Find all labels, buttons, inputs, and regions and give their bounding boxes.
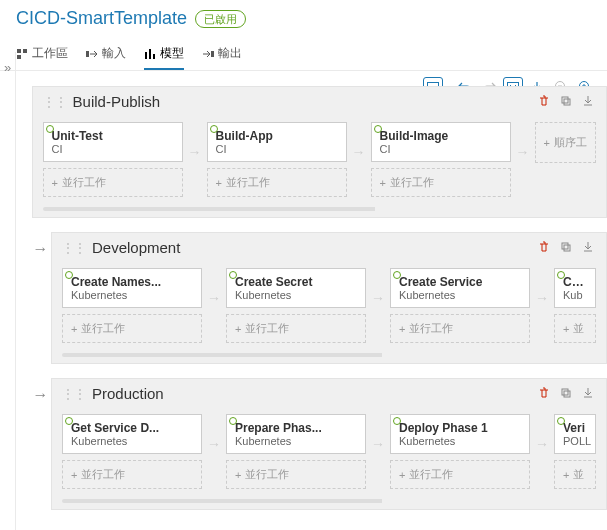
tab-label: 模型 [160,45,184,62]
svg-rect-18 [562,97,568,103]
status-dot-icon [210,125,218,133]
pipeline-canvas: ⋮⋮Build-PublishUnit-TestCI+並行工作→Build-Ap… [18,82,607,530]
task-arrow-icon: → [187,144,203,160]
download-icon[interactable] [582,95,596,109]
tab-icon [86,48,98,60]
task-type: Kubernetes [71,435,193,447]
add-parallel-task-button[interactable]: +並行工作 [390,460,530,489]
task-card[interactable]: Build-AppCI [207,122,347,162]
task-name: Create Names... [71,275,193,289]
plus-icon: + [563,469,569,481]
parallel-label: 並行工作 [62,175,106,190]
svg-rect-19 [564,99,570,105]
delete-icon[interactable] [538,95,552,109]
task-name: Build-App [216,129,338,143]
task-card[interactable]: Create ServiceKubernetes [390,268,530,308]
plus-icon: + [71,469,77,481]
download-icon[interactable] [582,387,596,401]
plus-icon: + [399,469,405,481]
task-card[interactable]: Prepare Phas...Kubernetes [226,414,366,454]
tab-icon [144,48,156,60]
plus-icon: + [52,177,58,189]
task-type: Kubernetes [399,435,521,447]
add-parallel-task-button[interactable]: +並行工作 [62,460,202,489]
parallel-label: 並 [573,321,584,336]
task-arrow-icon: → [534,436,550,452]
tab-icon [202,48,214,60]
add-parallel-task-button[interactable]: +並行工作 [371,168,511,197]
scrollbar[interactable] [62,499,596,503]
tabs: 工作區輸入模型輸出 [0,39,607,71]
drag-handle-icon[interactable]: ⋮⋮ [62,387,86,401]
svg-rect-23 [564,391,570,397]
plus-icon: + [216,177,222,189]
task-card[interactable]: Unit-TestCI [43,122,183,162]
task-card[interactable]: Deploy Phase 1Kubernetes [390,414,530,454]
sidebar-expand[interactable]: » [0,52,16,530]
parallel-label: 並行工作 [81,321,125,336]
copy-icon[interactable] [560,241,574,255]
task-arrow-icon: → [515,144,531,160]
add-parallel-task-button[interactable]: +並行工作 [62,314,202,343]
task-card[interactable]: VeriPOLL [554,414,596,454]
plus-icon: + [380,177,386,189]
task-card[interactable]: Create SecretKubernetes [226,268,366,308]
status-dot-icon [393,271,401,279]
svg-rect-20 [562,243,568,249]
download-icon[interactable] [582,241,596,255]
add-parallel-task-button[interactable]: +並行工作 [226,460,366,489]
status-dot-icon [229,271,237,279]
add-parallel-task-button[interactable]: +並行工作 [226,314,366,343]
task-type: POLL [563,435,587,447]
task-name: Get Service D... [71,421,193,435]
svg-rect-22 [562,389,568,395]
delete-icon[interactable] [538,241,552,255]
drag-handle-icon[interactable]: ⋮⋮ [62,241,86,255]
add-parallel-task-button[interactable]: +並 [554,314,596,343]
parallel-label: 並行工作 [245,321,289,336]
task-name: Veri [563,421,587,435]
tab-工作區[interactable]: 工作區 [16,39,68,70]
stage-title: Production [92,385,164,402]
tab-輸入[interactable]: 輸入 [86,39,126,70]
status-dot-icon [65,417,73,425]
task-arrow-icon: → [370,436,386,452]
copy-icon[interactable] [560,95,574,109]
parallel-label: 並行工作 [390,175,434,190]
task-card[interactable]: Get Service D...Kubernetes [62,414,202,454]
add-parallel-task-button[interactable]: +並行工作 [43,168,183,197]
scrollbar[interactable] [43,207,596,211]
task-name: Prepare Phas... [235,421,357,435]
tab-label: 工作區 [32,45,68,62]
svg-rect-0 [17,49,21,53]
task-name: Build-Image [380,129,502,143]
plus-icon: + [71,323,77,335]
task-name: Create Secret [235,275,357,289]
task-card[interactable]: Create Names...Kubernetes [62,268,202,308]
copy-icon[interactable] [560,387,574,401]
status-dot-icon [557,271,565,279]
tab-模型[interactable]: 模型 [144,39,184,70]
parallel-label: 並行工作 [409,467,453,482]
svg-rect-4 [145,52,147,59]
task-type: CI [216,143,338,155]
task-arrow-icon: → [206,436,222,452]
task-card[interactable]: CreaKub [554,268,596,308]
delete-icon[interactable] [538,387,552,401]
sequential-label: 順序工 [554,135,587,150]
add-sequential-task-button[interactable]: +順序工 [535,122,596,163]
add-parallel-task-button[interactable]: +並行工作 [207,168,347,197]
add-parallel-task-button[interactable]: +並行工作 [390,314,530,343]
task-name: Deploy Phase 1 [399,421,521,435]
task-card[interactable]: Build-ImageCI [371,122,511,162]
task-type: Kub [563,289,587,301]
task-arrow-icon: → [370,290,386,306]
drag-handle-icon[interactable]: ⋮⋮ [43,95,67,109]
tab-輸出[interactable]: 輸出 [202,39,242,70]
add-parallel-task-button[interactable]: +並 [554,460,596,489]
scrollbar[interactable] [62,353,596,357]
status-dot-icon [46,125,54,133]
task-type: CI [52,143,174,155]
task-type: Kubernetes [235,435,357,447]
task-arrow-icon: → [534,290,550,306]
